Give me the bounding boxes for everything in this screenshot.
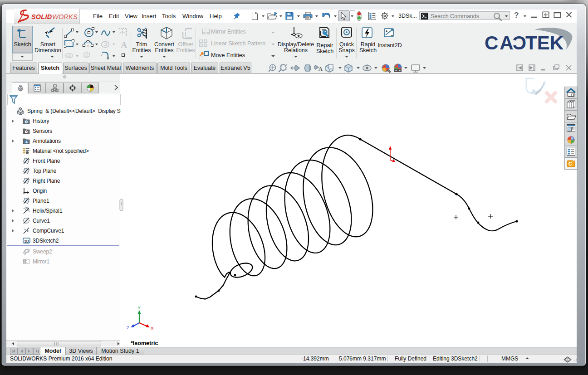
svg-text:WORKS: WORKS: [52, 13, 78, 20]
svg-text:3D: 3D: [24, 239, 29, 244]
svg-text:TEK: TEK: [525, 32, 564, 54]
svg-text:A: A: [25, 140, 28, 144]
svg-text:C: C: [513, 32, 526, 54]
svg-text:CA: CA: [485, 32, 515, 54]
svg-text:SOLID: SOLID: [31, 13, 52, 20]
svg-text:A: A: [318, 66, 323, 72]
